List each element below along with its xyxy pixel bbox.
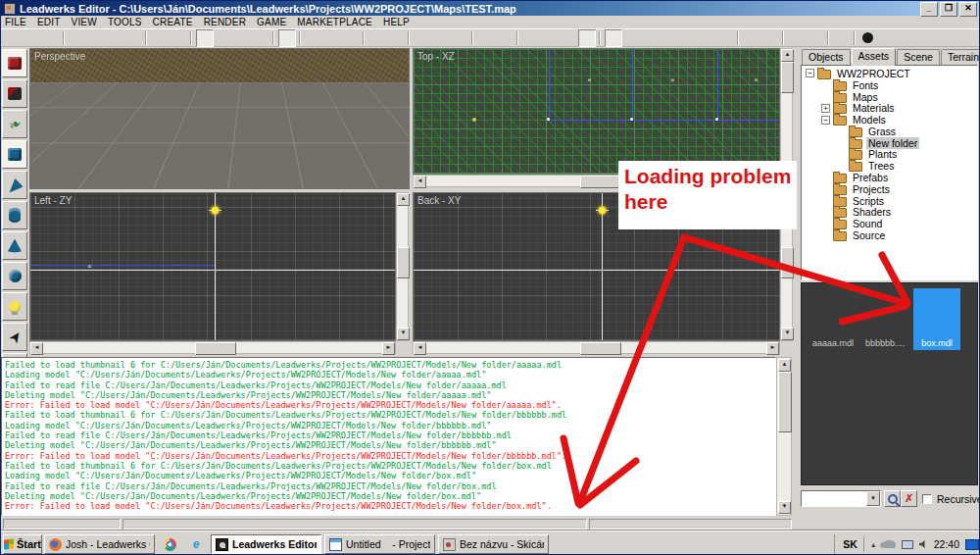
light-gizmo-dot[interactable] bbox=[472, 118, 476, 122]
task-project-folder[interactable]: Untitled - Project Fold... bbox=[324, 534, 435, 554]
run-button[interactable] bbox=[743, 29, 760, 47]
viewport-left-zy[interactable]: × Left - ZY bbox=[29, 192, 396, 341]
camera-reset-button[interactable] bbox=[522, 29, 540, 47]
asset-filter-combobox[interactable]: ▼ bbox=[801, 490, 881, 507]
asset-bbbbbb[interactable]: bbbbbb.... bbox=[861, 288, 908, 350]
tree-item-models[interactable]: − Models bbox=[802, 114, 977, 126]
view-mode-5-button[interactable] bbox=[679, 29, 697, 47]
asset-aaaaa-mdl[interactable]: aaaaa.mdl bbox=[809, 288, 857, 350]
run-debug-button[interactable] bbox=[761, 29, 779, 47]
viewport-perspective[interactable]: Perspective bbox=[29, 48, 410, 189]
tree-item-ww2project[interactable]: − WW2PROJECT bbox=[802, 68, 977, 79]
network-tray-icon[interactable] bbox=[902, 540, 913, 549]
tree-item-maps[interactable]: Maps bbox=[802, 91, 977, 103]
menu-create[interactable]: CREATE bbox=[153, 17, 193, 27]
tree-item-grass[interactable]: Grass bbox=[802, 126, 977, 137]
display-tray-icon[interactable] bbox=[965, 539, 979, 550]
hand-pick-button[interactable] bbox=[414, 29, 431, 47]
top-viewport-vscroll[interactable]: ▲▼ bbox=[780, 48, 793, 175]
view-mode-6-button[interactable] bbox=[698, 29, 715, 47]
quicklaunch-ie[interactable]: e bbox=[184, 534, 208, 554]
start-button[interactable]: Štart bbox=[3, 534, 42, 554]
eyedropper-button[interactable] bbox=[432, 29, 450, 47]
brush-cube-carve-button[interactable] bbox=[2, 79, 27, 108]
hide-icons-button[interactable]: ▲ bbox=[870, 541, 877, 548]
sun-light-gizmo[interactable] bbox=[212, 207, 219, 214]
terrain-brush-button[interactable]: ❧ bbox=[2, 110, 27, 138]
tab-terrain[interactable]: Terrain bbox=[941, 49, 980, 65]
undo-button[interactable] bbox=[151, 29, 169, 47]
view-mode-3-button[interactable] bbox=[642, 29, 660, 47]
menu-render[interactable]: RENDER bbox=[204, 17, 246, 27]
tree-item-fonts[interactable]: Fonts bbox=[802, 79, 977, 91]
left-viewport-hscroll[interactable]: ◄► bbox=[29, 341, 396, 354]
fit-view-button[interactable] bbox=[541, 29, 559, 47]
tree-expander[interactable]: − bbox=[806, 69, 814, 77]
tab-assets[interactable]: Assets bbox=[852, 48, 897, 66]
back-viewport-hscroll[interactable]: ◄► bbox=[413, 341, 780, 354]
zoom-out-button[interactable] bbox=[496, 29, 514, 47]
tree-item-projects[interactable]: Projects bbox=[802, 183, 977, 195]
move-tool-button[interactable] bbox=[196, 29, 214, 47]
menu-game[interactable]: GAME bbox=[257, 17, 286, 27]
rotate-tool-button[interactable] bbox=[215, 29, 232, 47]
asset-preview-panel[interactable]: aaaaa.mdl bbbbbb.... box.mdl bbox=[801, 282, 978, 485]
options-button[interactable] bbox=[833, 29, 851, 47]
snap-toggle-button[interactable] bbox=[560, 29, 577, 47]
grid-toggle-button[interactable] bbox=[578, 29, 596, 47]
menu-file[interactable]: FILE bbox=[5, 17, 26, 27]
tree-item-trees[interactable]: Trees bbox=[802, 160, 977, 172]
tab-scene[interactable]: Scene bbox=[897, 49, 940, 65]
task-browser[interactable]: Josh - Leadwerks Comm... bbox=[44, 534, 155, 554]
task-leadwerks-editor[interactable]: Leadwerks Editor - C:... bbox=[211, 534, 321, 554]
clock[interactable]: 22:40 bbox=[934, 538, 959, 550]
new-file-button[interactable] bbox=[5, 29, 23, 47]
select-area-tool-button[interactable] bbox=[278, 29, 296, 47]
delete-button[interactable] bbox=[124, 29, 142, 47]
align-green-button[interactable] bbox=[323, 29, 341, 47]
chevron-down-icon[interactable]: ▼ bbox=[866, 491, 880, 506]
tree-item-shaders[interactable]: Shaders bbox=[802, 207, 977, 219]
menu-help[interactable]: HELP bbox=[383, 17, 410, 27]
console-log-vscroll[interactable]: ▲▼ bbox=[776, 357, 792, 516]
close-button[interactable]: ✕ bbox=[959, 2, 977, 17]
align-blue-button[interactable] bbox=[342, 29, 360, 47]
tree-item-scripts[interactable]: Scripts bbox=[802, 195, 977, 207]
paste-button[interactable] bbox=[106, 29, 123, 47]
view-mode-2-button[interactable] bbox=[623, 29, 641, 47]
cut-button[interactable] bbox=[69, 29, 86, 47]
brush-cube-red-button[interactable] bbox=[2, 49, 27, 77]
lock-button[interactable] bbox=[451, 29, 468, 47]
tree-expander[interactable]: + bbox=[821, 104, 830, 113]
spawn-point-button[interactable]: ➤ bbox=[2, 323, 27, 351]
tree-item-prefabs[interactable]: Prefabs bbox=[802, 172, 977, 183]
tree-item-sound[interactable]: Sound bbox=[802, 218, 977, 229]
toggle-panel-button[interactable] bbox=[807, 29, 824, 47]
brush-cylinder-button[interactable] bbox=[2, 201, 27, 229]
title-bar[interactable]: Leadwerks Editor - C:\Users\Ján\Document… bbox=[1, 1, 979, 16]
maximize-button[interactable]: ❐ bbox=[940, 2, 957, 17]
brush-cone-button[interactable] bbox=[2, 231, 27, 260]
tree-item-new-folder[interactable]: New folder bbox=[802, 137, 977, 149]
shift-tool-button[interactable] bbox=[252, 29, 270, 47]
sun-light-gizmo[interactable] bbox=[599, 207, 606, 214]
viewport-top-xz[interactable]: × × × Top - XZ bbox=[413, 48, 780, 175]
tree-item-source[interactable]: Source bbox=[802, 229, 977, 241]
view-mode-1-button[interactable] bbox=[605, 29, 622, 47]
recursive-checkbox[interactable] bbox=[922, 494, 932, 504]
minimize-button[interactable]: _ bbox=[920, 2, 938, 17]
menu-tools[interactable]: TOOLS bbox=[108, 17, 142, 27]
align-red-button[interactable] bbox=[305, 29, 322, 47]
tree-item-plants[interactable]: Plants bbox=[802, 149, 977, 161]
screenshot-button[interactable] bbox=[788, 29, 806, 47]
project-tree[interactable]: − WW2PROJECT Fonts Maps + Materials − bbox=[801, 65, 978, 280]
view-mode-7-button[interactable] bbox=[716, 29, 734, 47]
left-viewport-vscroll[interactable]: ▲▼ bbox=[396, 192, 409, 341]
task-paint[interactable]: Bez názvu - Skicár bbox=[438, 534, 549, 554]
point-light-button[interactable] bbox=[2, 292, 27, 321]
menu-view[interactable]: VIEW bbox=[72, 17, 97, 27]
view-mode-4-button[interactable] bbox=[661, 29, 678, 47]
console-log[interactable]: Failed to load thumbnail 6 for C:/Users/… bbox=[1, 357, 776, 516]
brush-wedge-button[interactable] bbox=[2, 171, 27, 199]
window-overlap-button[interactable] bbox=[368, 29, 386, 47]
